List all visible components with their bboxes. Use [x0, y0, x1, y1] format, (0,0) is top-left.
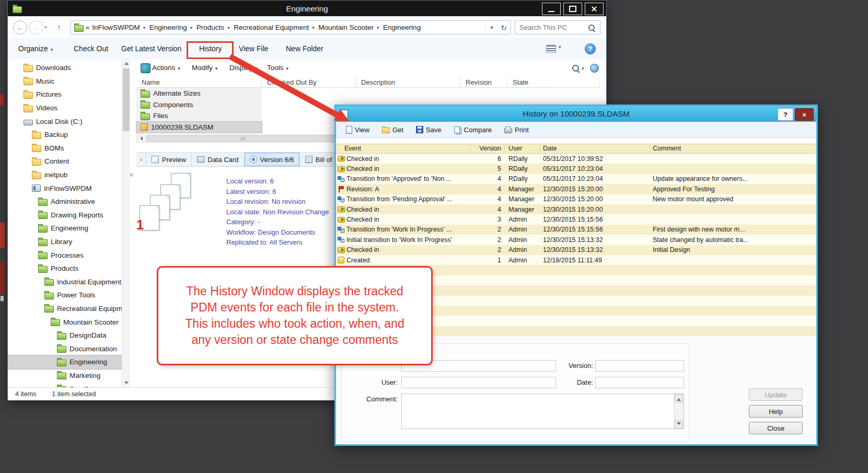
search-icon[interactable] — [588, 25, 595, 31]
history-row[interactable]: Created 1 Admin 12/18/2015 11:11:49 — [336, 255, 816, 265]
history-column-event[interactable]: Event — [344, 144, 470, 153]
tree-item[interactable]: BOMs — [8, 142, 122, 155]
pdm-menu-item[interactable]: Actions — [152, 59, 180, 77]
command-bar-item[interactable]: Check Out — [74, 38, 108, 59]
back-button[interactable] — [13, 20, 27, 34]
tree-item[interactable]: Administrative — [8, 195, 122, 209]
tree-item[interactable]: Mountain Scooter — [8, 315, 122, 329]
history-column-date[interactable]: Date — [543, 144, 647, 153]
tree-item[interactable]: Local Disk (C:) — [8, 114, 122, 128]
horizontal-scrollbar-thumb[interactable] — [146, 135, 340, 142]
view-toggle-caret-icon[interactable] — [559, 44, 561, 50]
maximize-button[interactable] — [563, 3, 582, 15]
minimize-button[interactable] — [542, 3, 561, 15]
tree-item[interactable]: Recreational Equipment — [8, 302, 122, 316]
breadcrumb-overflow[interactable]: « — [86, 24, 89, 31]
close-button[interactable] — [585, 3, 604, 15]
column-header-state[interactable]: State — [507, 77, 600, 88]
web-view-icon[interactable] — [590, 64, 599, 73]
tree-item[interactable]: Backup — [8, 128, 122, 142]
view-toggle-icon[interactable] — [546, 45, 556, 53]
comment-scroll-up-icon[interactable] — [675, 394, 683, 402]
recent-pages-caret-icon[interactable] — [44, 25, 47, 30]
address-dropdown-icon[interactable] — [485, 21, 497, 34]
tree-item[interactable]: Music — [8, 75, 122, 88]
dialog-close-button[interactable]: × — [795, 108, 814, 121]
column-header-revision[interactable]: Revision — [460, 77, 507, 88]
dialog-button[interactable]: Update — [749, 388, 803, 401]
history-toolbar-button[interactable]: Get — [377, 124, 408, 136]
history-row[interactable]: Transition from 'Approved' to 'Non ... 4… — [336, 174, 816, 184]
collapse-pane-icon[interactable] — [136, 153, 146, 166]
history-row[interactable]: Transition from 'Work In Progress' ... 2… — [336, 225, 816, 235]
tree-item[interactable]: Industrial Equipment — [8, 275, 122, 289]
version-field[interactable] — [595, 360, 684, 372]
command-bar-item[interactable]: Organize — [18, 38, 53, 59]
tree-item[interactable]: Engineering — [8, 222, 122, 235]
forward-button[interactable] — [29, 20, 43, 34]
tree-item[interactable]: Videos — [8, 101, 122, 115]
history-row[interactable]: Checked in 4 Manager 12/30/2015 15:20:00 — [336, 204, 816, 214]
history-row[interactable]: Checked in 5 RDally 05/31/2017 10:23:04 — [336, 164, 816, 174]
comment-scroll-down-icon[interactable] — [675, 420, 683, 429]
scroll-up-icon[interactable] — [122, 59, 131, 67]
tree-item[interactable]: Library — [8, 235, 122, 249]
refresh-icon[interactable] — [497, 21, 510, 34]
breadcrumb-item[interactable]: Engineering — [149, 24, 196, 31]
tree-scrollbar-thumb[interactable] — [123, 68, 130, 131]
history-row[interactable]: Revision: A 4 Manager 12/30/2015 15:20:0… — [336, 184, 816, 194]
history-column-user[interactable]: User — [508, 144, 540, 153]
history-toolbar-button[interactable]: Compare — [449, 124, 496, 136]
explorer-titlebar[interactable]: Engineering — [8, 1, 606, 16]
history-row[interactable]: Transition from 'Pending Approval' ... 4… — [336, 194, 816, 204]
scroll-left-icon[interactable] — [137, 135, 145, 142]
pane-splitter-handle[interactable] — [130, 171, 134, 179]
preview-tab[interactable]: Data Card — [192, 153, 244, 166]
column-header-description[interactable]: Description — [356, 77, 460, 88]
history-row[interactable]: Checked in 3 Admin 12/30/2015 15:15:56 — [336, 214, 816, 224]
preview-tab[interactable]: Version 6/6 — [245, 153, 300, 166]
breadcrumb-item[interactable]: Mountain Scooter — [318, 24, 383, 31]
history-column-version[interactable]: Version — [471, 144, 501, 153]
up-button[interactable] — [53, 20, 65, 33]
command-bar-item[interactable]: Get Latest Version — [121, 38, 181, 59]
dialog-button[interactable]: Help — [749, 405, 803, 418]
history-row[interactable]: Checked in 2 Admin 12/30/2015 15:13:32 I… — [336, 245, 816, 255]
tree-item[interactable]: inetpub — [8, 168, 122, 182]
tree-item[interactable]: Documentation — [8, 342, 122, 355]
user-field[interactable] — [401, 377, 556, 388]
history-toolbar-button[interactable]: Save — [411, 124, 446, 136]
breadcrumb-item[interactable]: Products — [196, 24, 234, 31]
breadcrumb-item[interactable]: InFlowSWPDM — [92, 24, 149, 31]
history-row[interactable]: Initial transition to 'Work In Progress'… — [336, 235, 816, 245]
zoom-caret-icon[interactable] — [582, 66, 584, 71]
tree-scrollbar[interactable] — [122, 59, 130, 387]
tree-item[interactable]: DesignData — [8, 329, 122, 342]
tree-item[interactable]: Drawing Reports — [8, 209, 122, 222]
tree-item[interactable]: Power Tools — [8, 289, 122, 302]
history-dialog-titlebar[interactable]: History on 10000239.SLDASM ? × — [336, 106, 816, 122]
help-icon[interactable]: ? — [585, 43, 596, 54]
zoom-icon[interactable] — [572, 65, 579, 72]
tree-item[interactable]: Sea Scooter — [8, 382, 122, 387]
tree-item[interactable]: InFlowSWPDM — [8, 181, 122, 195]
history-column-comment[interactable]: Comment — [653, 144, 813, 153]
tree-item[interactable]: Content — [8, 155, 122, 168]
tree-item[interactable]: Processes — [8, 248, 122, 262]
breadcrumb-item[interactable]: Engineering — [383, 24, 425, 31]
breadcrumb-item[interactable]: Recreational Equipment — [234, 24, 318, 31]
history-row[interactable]: Checked in 6 RDally 05/31/2017 10:39:52 — [336, 154, 816, 164]
scroll-down-icon[interactable] — [122, 379, 131, 387]
history-toolbar-button[interactable]: Print — [500, 124, 534, 136]
comment-field[interactable] — [402, 394, 674, 429]
tree-item[interactable]: Downloads — [8, 61, 122, 75]
address-bar[interactable]: « InFlowSWPDM Engineering Products Recre… — [71, 20, 511, 34]
dialog-button[interactable]: Close — [749, 422, 803, 434]
pdm-actions-icon[interactable] — [141, 63, 151, 73]
tree-item[interactable]: Products — [8, 262, 122, 275]
search-input[interactable] — [515, 23, 588, 32]
comment-scrollbar[interactable] — [674, 394, 684, 429]
dialog-help-button[interactable]: ? — [778, 108, 793, 121]
preview-tab[interactable]: Preview — [146, 153, 192, 166]
tree-item[interactable]: Marketing — [8, 369, 122, 383]
